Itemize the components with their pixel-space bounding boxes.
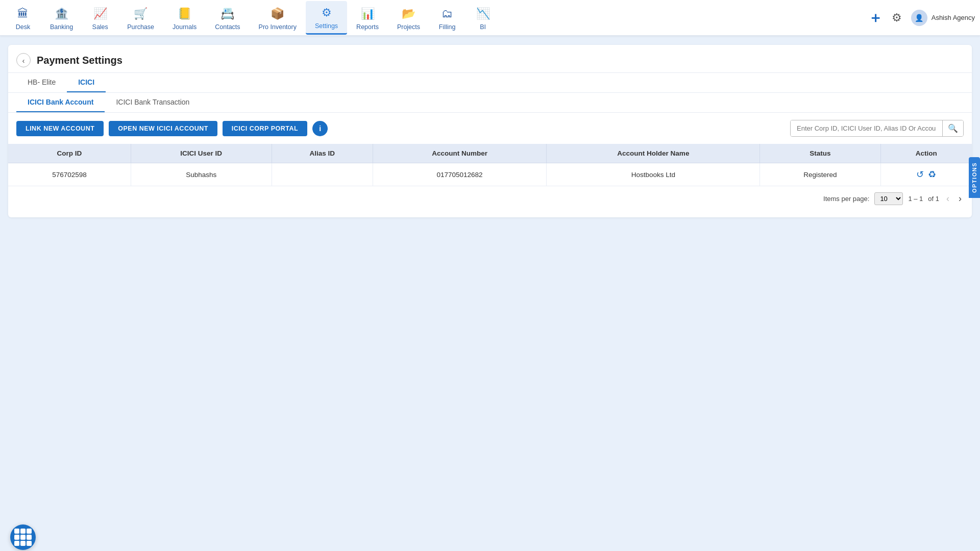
add-button[interactable]: ＋	[868, 8, 883, 28]
back-icon: ‹	[22, 56, 25, 65]
subtab-icici-bank-account[interactable]: ICICI Bank Account	[16, 93, 105, 112]
nav-item-pro-inventory[interactable]: 📦Pro Inventory	[250, 1, 306, 35]
bi-nav-label: BI	[480, 23, 486, 31]
grid-icon	[14, 529, 32, 546]
subtab-icici-bank-transaction[interactable]: ICICI Bank Transaction	[105, 93, 201, 112]
page-title: Payment Settings	[37, 55, 122, 66]
banking-nav-icon: 🏦	[53, 5, 70, 22]
items-per-page-select[interactable]: 102550100	[874, 192, 903, 205]
data-table: Corp IDICICI User IDAlias IDAccount Numb…	[8, 144, 972, 186]
search-input[interactable]	[791, 120, 942, 136]
open-new-icici-button[interactable]: OPEN NEW ICICI ACCOUNT	[109, 121, 217, 136]
pagination-bar: Items per page: 102550100 1 – 1 of 1 ‹ ›	[8, 186, 972, 207]
main-content: OPTIONS ‹ Payment Settings HB- EliteICIC…	[0, 45, 980, 551]
contacts-nav-icon: 📇	[219, 5, 236, 22]
col-header-status: Status	[760, 144, 880, 163]
refresh-icon[interactable]: ↺	[916, 169, 924, 180]
page-header: ‹ Payment Settings	[8, 45, 972, 73]
nav-item-projects[interactable]: 📂Projects	[388, 1, 429, 35]
avatar-icon: 👤	[915, 14, 923, 22]
table-cell: 576702598	[8, 163, 131, 186]
link-icon[interactable]: ♻	[928, 169, 936, 180]
search-button[interactable]: 🔍	[942, 120, 963, 136]
user-name: Ashish Agency	[932, 14, 975, 21]
topnav: 🏛Desk🏦Banking📈Sales🛒Purchase📒Journals📇Co…	[0, 0, 980, 36]
nav-item-reports[interactable]: 📊Reports	[347, 1, 388, 35]
sales-nav-label: Sales	[92, 23, 108, 31]
nav-items: 🏛Desk🏦Banking📈Sales🛒Purchase📒Journals📇Co…	[5, 1, 868, 35]
next-page-button[interactable]: ›	[957, 192, 964, 205]
journals-nav-icon: 📒	[176, 5, 193, 22]
table-cell: Hostbooks Ltd	[547, 163, 760, 186]
col-header-corp-id: Corp ID	[8, 144, 131, 163]
grid-fab[interactable]	[10, 524, 36, 550]
plus-icon: ＋	[868, 8, 883, 28]
projects-nav-icon: 📂	[400, 5, 417, 22]
desk-nav-icon: 🏛	[14, 5, 32, 22]
back-button[interactable]: ‹	[16, 53, 31, 67]
col-header-account-holder-name: Account Holder Name	[547, 144, 760, 163]
avatar: 👤	[911, 10, 927, 26]
nav-item-desk[interactable]: 🏛Desk	[5, 1, 41, 35]
global-settings-button[interactable]: ⚙	[892, 11, 902, 24]
tabs-row: HB- EliteICICI	[8, 73, 972, 93]
col-header-account-number: Account Number	[373, 144, 547, 163]
filling-nav-icon: 🗂	[438, 5, 456, 22]
reports-nav-icon: 📊	[359, 5, 376, 22]
col-header-action: Action	[880, 144, 972, 163]
icici-corp-portal-button[interactable]: ICICI CORP PORTAL	[223, 121, 307, 136]
pagination-range: 1 – 1	[908, 195, 923, 203]
bi-nav-icon: 📉	[474, 5, 492, 22]
nav-item-banking[interactable]: 🏦Banking	[41, 1, 82, 35]
user-area[interactable]: 👤 Ashish Agency	[911, 10, 975, 26]
pro-inventory-nav-label: Pro Inventory	[259, 23, 297, 31]
settings-nav-label: Settings	[315, 22, 338, 30]
nav-item-purchase[interactable]: 🛒Purchase	[118, 1, 163, 35]
reports-nav-label: Reports	[356, 23, 379, 31]
tab-hb-elite[interactable]: HB- Elite	[16, 73, 67, 92]
action-bar: LINK NEW ACCOUNT OPEN NEW ICICI ACCOUNT …	[8, 113, 972, 144]
banking-nav-label: Banking	[50, 23, 73, 31]
nav-item-sales[interactable]: 📈Sales	[82, 1, 118, 35]
purchase-nav-icon: 🛒	[132, 5, 150, 22]
settings-nav-icon: ⚙	[318, 4, 335, 21]
sales-nav-icon: 📈	[91, 5, 109, 22]
items-per-page-label: Items per page:	[823, 195, 869, 203]
table-cell: 017705012682	[373, 163, 547, 186]
nav-item-journals[interactable]: 📒Journals	[163, 1, 206, 35]
journals-nav-label: Journals	[173, 23, 197, 31]
table-row: 576702598Subhashs017705012682Hostbooks L…	[8, 163, 972, 186]
desk-nav-label: Desk	[16, 23, 30, 31]
nav-item-bi[interactable]: 📉BI	[465, 1, 501, 35]
action-cell: ↺♻	[880, 163, 972, 186]
page-card: ‹ Payment Settings HB- EliteICICI ICICI …	[8, 45, 972, 217]
nav-item-filling[interactable]: 🗂Filling	[429, 1, 465, 35]
search-box: 🔍	[790, 120, 964, 137]
nav-item-settings[interactable]: ⚙Settings	[306, 1, 347, 35]
options-tab[interactable]: OPTIONS	[969, 157, 980, 198]
prev-page-button[interactable]: ‹	[944, 192, 951, 205]
col-header-icici-user-id: ICICI User ID	[131, 144, 272, 163]
tab-icici[interactable]: ICICI	[67, 73, 106, 92]
purchase-nav-label: Purchase	[127, 23, 154, 31]
filling-nav-label: Filling	[439, 23, 456, 31]
info-button[interactable]: i	[312, 121, 328, 136]
table-cell: Registered	[760, 163, 880, 186]
nav-right: ＋ ⚙ 👤 Ashish Agency	[868, 8, 975, 28]
projects-nav-label: Projects	[397, 23, 420, 31]
table-cell	[272, 163, 373, 186]
subtabs-row: ICICI Bank AccountICICI Bank Transaction	[8, 93, 972, 113]
pagination-of: of 1	[928, 195, 939, 203]
col-header-alias-id: Alias ID	[272, 144, 373, 163]
contacts-nav-label: Contacts	[215, 23, 240, 31]
gear-icon: ⚙	[892, 11, 902, 24]
link-new-account-button[interactable]: LINK NEW ACCOUNT	[16, 121, 104, 136]
pro-inventory-nav-icon: 📦	[269, 5, 286, 22]
table-cell: Subhashs	[131, 163, 272, 186]
nav-item-contacts[interactable]: 📇Contacts	[206, 1, 249, 35]
